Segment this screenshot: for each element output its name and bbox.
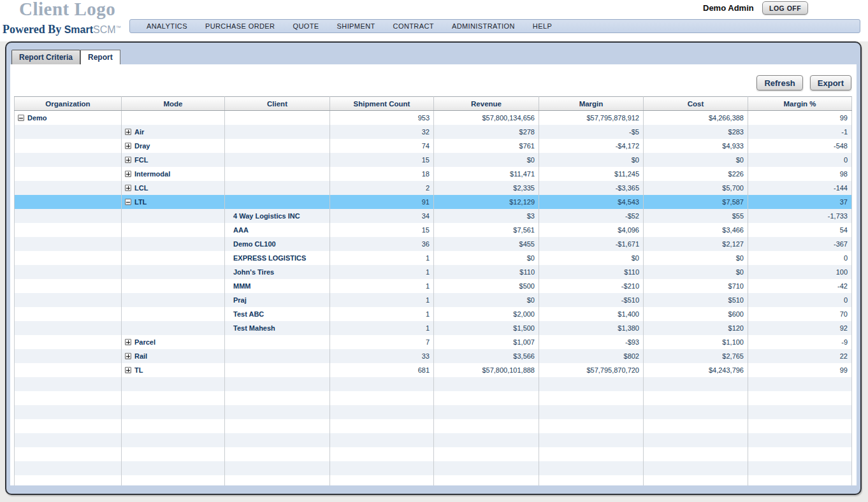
cell-client: Test ABC bbox=[225, 307, 330, 321]
collapse-icon[interactable] bbox=[18, 115, 24, 121]
table-row-praj[interactable]: Praj1$0-$510$5100 bbox=[15, 293, 852, 307]
column-header-client[interactable]: Client bbox=[225, 97, 330, 111]
cell-margin: $1,380 bbox=[539, 321, 644, 335]
cell-margin-pct: -548 bbox=[748, 139, 852, 153]
cell-empty bbox=[122, 405, 225, 419]
cell-shipment-count: 18 bbox=[330, 167, 434, 181]
cell-organization bbox=[15, 181, 122, 195]
table-row-fcl[interactable]: FCL15$0$0$00 bbox=[15, 153, 852, 167]
expand-icon[interactable] bbox=[125, 171, 131, 177]
cell-mode: Air bbox=[122, 125, 225, 139]
table-row-mmm[interactable]: MMM1$500-$210$710-42 bbox=[15, 279, 852, 293]
expand-icon[interactable] bbox=[125, 339, 131, 345]
table-row-rail[interactable]: Rail33$3,566$802$2,76522 bbox=[15, 349, 852, 363]
cell-empty bbox=[330, 461, 434, 475]
table-row-demo-cl100[interactable]: Demo CL10036$455-$1,671$2,127-367 bbox=[15, 237, 852, 251]
table-row-dray[interactable]: Dray74$761-$4,172$4,933-548 bbox=[15, 139, 852, 153]
table-row-john-s-tires[interactable]: John's Tires1$110$110$0100 bbox=[15, 265, 852, 279]
cell-margin-pct: -1,733 bbox=[748, 209, 852, 223]
mode-label: Air bbox=[134, 128, 144, 136]
grid-header-row: OrganizationModeClientShipment CountReve… bbox=[15, 97, 852, 111]
table-row-parcel[interactable]: Parcel7$1,007-$93$1,100-9 bbox=[15, 335, 852, 349]
nav-item-shipment[interactable]: SHIPMENT bbox=[328, 22, 384, 30]
cell-empty bbox=[122, 447, 225, 461]
table-row-lcl[interactable]: LCL2$2,335-$3,365$5,700-144 bbox=[15, 181, 852, 195]
cell-margin-pct: -9 bbox=[748, 335, 852, 349]
nav-item-contract[interactable]: CONTRACT bbox=[384, 22, 443, 30]
expand-icon[interactable] bbox=[125, 157, 131, 163]
collapse-icon[interactable] bbox=[125, 199, 131, 205]
table-row-test-mahesh[interactable]: Test Mahesh1$1,500$1,380$12092 bbox=[15, 321, 852, 335]
cell-mode bbox=[122, 111, 225, 125]
cell-margin-pct: 98 bbox=[748, 167, 852, 181]
cell-client bbox=[225, 125, 330, 139]
cell-client: 4 Way Logistics INC bbox=[225, 209, 330, 223]
cell-empty bbox=[15, 391, 122, 405]
cell-organization bbox=[15, 139, 122, 153]
cell-revenue: $11,471 bbox=[434, 167, 539, 181]
column-header-margin[interactable]: Margin % bbox=[748, 97, 852, 111]
column-header-organization[interactable]: Organization bbox=[15, 97, 122, 111]
table-row-empty bbox=[15, 377, 852, 391]
expand-icon[interactable] bbox=[125, 185, 131, 191]
cell-empty bbox=[644, 461, 748, 475]
expand-icon[interactable] bbox=[125, 353, 131, 359]
expand-icon[interactable] bbox=[125, 143, 131, 149]
table-row-test-abc[interactable]: Test ABC1$2,000$1,400$60070 bbox=[15, 307, 852, 321]
cell-empty bbox=[122, 419, 225, 433]
cell-mode bbox=[122, 321, 225, 335]
cell-empty bbox=[225, 447, 330, 461]
table-row-4-way-logistics-inc[interactable]: 4 Way Logistics INC34$3-$52$55-1,733 bbox=[15, 209, 852, 223]
cell-mode bbox=[122, 237, 225, 251]
export-button[interactable]: Export bbox=[810, 75, 851, 90]
table-row-ltl[interactable]: LTL91$12,129$4,543$7,58737 bbox=[15, 195, 852, 209]
cell-empty bbox=[539, 433, 644, 447]
cell-cost: $1,100 bbox=[644, 335, 748, 349]
expand-icon[interactable] bbox=[125, 129, 131, 135]
table-row-express-logistics[interactable]: EXPRESS LOGISTICS1$0$0$00 bbox=[15, 251, 852, 265]
table-row-aaa[interactable]: AAA15$7,561$4,096$3,46654 bbox=[15, 223, 852, 237]
expand-icon[interactable] bbox=[125, 367, 131, 373]
cell-client bbox=[225, 167, 330, 181]
cell-margin-pct: 70 bbox=[748, 307, 852, 321]
log-off-button[interactable]: LOG OFF bbox=[762, 1, 808, 15]
mode-label: TL bbox=[134, 366, 143, 374]
client-label: AAA bbox=[233, 226, 249, 234]
cell-cost: $283 bbox=[644, 125, 748, 139]
mode-label: LTL bbox=[134, 198, 147, 206]
logged-in-user: Demo Admin bbox=[703, 3, 754, 13]
cell-mode: Intermodal bbox=[122, 167, 225, 181]
cell-revenue: $2,000 bbox=[434, 307, 539, 321]
cell-empty bbox=[748, 447, 852, 461]
cell-client: AAA bbox=[225, 223, 330, 237]
nav-item-quote[interactable]: QUOTE bbox=[284, 22, 328, 30]
table-row-demo[interactable]: Demo953$57,800,134,656$57,795,878,912$4,… bbox=[15, 111, 852, 125]
cell-margin-pct: 22 bbox=[748, 349, 852, 363]
cell-empty bbox=[644, 475, 748, 486]
nav-item-help[interactable]: HELP bbox=[524, 22, 561, 30]
cell-empty bbox=[748, 405, 852, 419]
nav-item-purchase-order[interactable]: PURCHASE ORDER bbox=[196, 22, 284, 30]
nav-item-analytics[interactable]: ANALYTICS bbox=[138, 22, 196, 30]
table-row-air[interactable]: Air32$278-$5$283-1 bbox=[15, 125, 852, 139]
cell-margin: $57,795,870,720 bbox=[539, 363, 644, 377]
column-header-shipment-count[interactable]: Shipment Count bbox=[330, 97, 434, 111]
cell-client bbox=[225, 195, 330, 209]
table-row-tl[interactable]: TL681$57,800,101,888$57,795,870,720$4,24… bbox=[15, 363, 852, 377]
refresh-button[interactable]: Refresh bbox=[756, 75, 802, 90]
column-header-margin[interactable]: Margin bbox=[539, 97, 644, 111]
cell-margin-pct: 92 bbox=[748, 321, 852, 335]
cell-cost: $3,466 bbox=[644, 223, 748, 237]
cell-margin: $110 bbox=[539, 265, 644, 279]
tab-report-criteria[interactable]: Report Criteria bbox=[11, 50, 80, 64]
brand-suffix: SCM bbox=[93, 24, 116, 35]
mode-label: Dray bbox=[134, 142, 150, 150]
nav-item-administration[interactable]: ADMINISTRATION bbox=[443, 22, 524, 30]
table-row-intermodal[interactable]: Intermodal18$11,471$11,245$22698 bbox=[15, 167, 852, 181]
tab-report[interactable]: Report bbox=[80, 50, 120, 64]
cell-margin: $0 bbox=[539, 153, 644, 167]
column-header-mode[interactable]: Mode bbox=[122, 97, 225, 111]
column-header-cost[interactable]: Cost bbox=[644, 97, 748, 111]
cell-empty bbox=[330, 377, 434, 391]
column-header-revenue[interactable]: Revenue bbox=[434, 97, 539, 111]
